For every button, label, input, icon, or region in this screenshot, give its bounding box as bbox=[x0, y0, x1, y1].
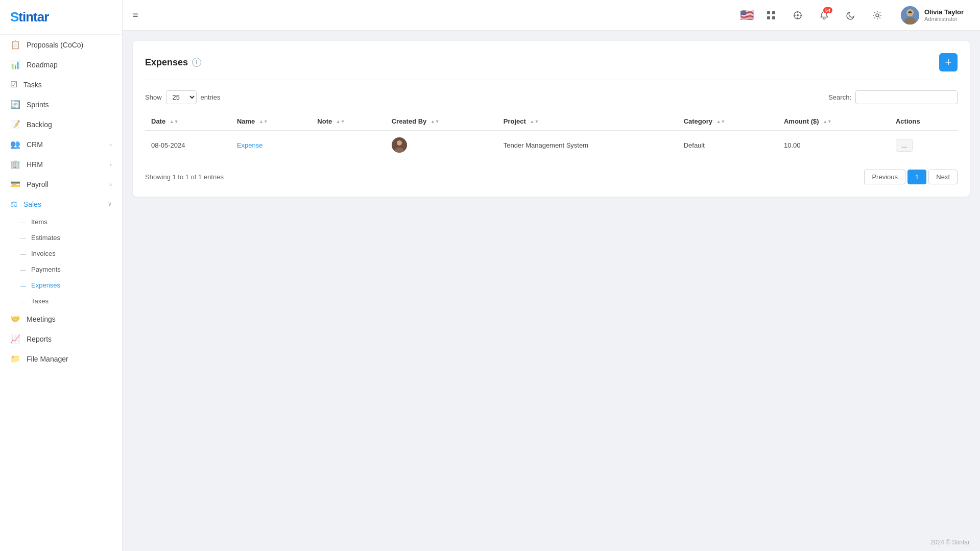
user-name: Olivia Taylor bbox=[924, 8, 964, 16]
payments-label: Payments bbox=[31, 266, 61, 273]
expenses-table: Date ▲▼ Name ▲▼ Note ▲▼ Created By bbox=[145, 112, 958, 159]
payroll-arrow-icon: › bbox=[110, 181, 112, 187]
row-created-by bbox=[386, 131, 497, 159]
svg-point-9 bbox=[797, 14, 799, 16]
sidebar-item-label: CRM bbox=[27, 140, 43, 149]
expense-link[interactable]: Expense bbox=[237, 141, 263, 149]
logo-text: Stintar bbox=[10, 9, 49, 25]
category-sort-icon[interactable]: ▲▼ bbox=[716, 119, 726, 124]
sidebar-item-items[interactable]: Items bbox=[0, 214, 122, 230]
sidebar-item-label: Proposals (CoCo) bbox=[27, 41, 83, 49]
notifications-button[interactable]: 54 bbox=[815, 6, 833, 25]
file-manager-icon: 📁 bbox=[10, 354, 20, 364]
creator-avatar bbox=[392, 137, 407, 153]
main-area: ≡ 🇺🇸 54 bbox=[123, 0, 980, 551]
settings-button[interactable] bbox=[868, 6, 887, 25]
add-expense-button[interactable]: + bbox=[939, 53, 958, 71]
hrm-arrow-icon: › bbox=[110, 161, 112, 167]
sidebar-item-label: Roadmap bbox=[27, 61, 58, 69]
row-project: Tender Management System bbox=[497, 131, 678, 159]
sidebar: Stintar 📋 Proposals (CoCo) 📊 Roadmap ☑ T… bbox=[0, 0, 123, 551]
search-input[interactable] bbox=[855, 90, 958, 104]
svg-rect-0 bbox=[767, 11, 770, 14]
previous-button[interactable]: Previous bbox=[864, 170, 905, 184]
project-sort-icon[interactable]: ▲▼ bbox=[530, 119, 539, 124]
sidebar-item-tasks[interactable]: ☑ Tasks bbox=[0, 75, 122, 94]
svg-point-10 bbox=[876, 14, 879, 17]
sidebar-item-estimates[interactable]: Estimates bbox=[0, 230, 122, 246]
col-amount: Amount ($) ▲▼ bbox=[778, 112, 890, 131]
sidebar-item-file-manager[interactable]: 📁 File Manager bbox=[0, 349, 122, 369]
crosshair-button[interactable] bbox=[788, 6, 807, 25]
moon-icon bbox=[846, 11, 855, 20]
date-sort-icon[interactable]: ▲▼ bbox=[170, 119, 179, 124]
table-row: 08-05-2024 Expense bbox=[145, 131, 958, 159]
apps-button[interactable] bbox=[762, 6, 780, 25]
row-actions: ... bbox=[890, 131, 958, 159]
name-sort-icon[interactable]: ▲▼ bbox=[259, 119, 268, 124]
col-actions-label: Actions bbox=[896, 117, 920, 125]
items-label: Items bbox=[31, 218, 47, 226]
col-category-label: Category bbox=[684, 117, 712, 125]
tasks-icon: ☑ bbox=[10, 80, 17, 89]
footer: 2024 © Stintar bbox=[123, 534, 980, 551]
col-category: Category ▲▼ bbox=[678, 112, 778, 131]
sidebar-item-label: File Manager bbox=[27, 355, 68, 363]
page-1-button[interactable]: 1 bbox=[907, 170, 926, 184]
svg-point-16 bbox=[397, 140, 402, 146]
show-label: Show bbox=[145, 93, 162, 101]
info-icon[interactable]: i bbox=[192, 58, 201, 67]
meetings-icon: 🤝 bbox=[10, 314, 20, 324]
page-title: Expenses bbox=[145, 57, 188, 68]
darkmode-button[interactable] bbox=[842, 6, 860, 25]
entries-label: entries bbox=[201, 93, 221, 101]
sidebar-item-meetings[interactable]: 🤝 Meetings bbox=[0, 309, 122, 329]
sales-arrow-icon: ∨ bbox=[108, 201, 112, 207]
sidebar-item-roadmap[interactable]: 📊 Roadmap bbox=[0, 55, 122, 75]
sprints-icon: 🔄 bbox=[10, 100, 20, 109]
apps-icon bbox=[767, 11, 776, 20]
sidebar-item-label: Reports bbox=[27, 335, 52, 343]
amount-sort-icon[interactable]: ▲▼ bbox=[823, 119, 832, 124]
footer-text: 2024 © Stintar bbox=[930, 539, 970, 546]
note-sort-icon[interactable]: ▲▼ bbox=[336, 119, 345, 124]
created-by-sort-icon[interactable]: ▲▼ bbox=[431, 119, 440, 124]
sidebar-item-invoices[interactable]: Invoices bbox=[0, 246, 122, 261]
next-button[interactable]: Next bbox=[928, 170, 958, 184]
proposals-icon: 📋 bbox=[10, 40, 20, 50]
sidebar-item-taxes[interactable]: Taxes bbox=[0, 293, 122, 309]
sidebar-item-hrm[interactable]: 🏢 HRM › bbox=[0, 154, 122, 174]
row-actions-button[interactable]: ... bbox=[896, 139, 913, 152]
table-controls: Show 10 25 50 100 entries Search: bbox=[145, 90, 958, 104]
svg-rect-1 bbox=[772, 11, 775, 14]
sidebar-item-reports[interactable]: 📈 Reports bbox=[0, 329, 122, 349]
sidebar-item-label: Meetings bbox=[27, 315, 56, 323]
crm-icon: 👥 bbox=[10, 139, 20, 149]
sidebar-item-expenses[interactable]: Expenses bbox=[0, 277, 122, 293]
sidebar-item-payments[interactable]: Payments bbox=[0, 261, 122, 277]
sidebar-item-sales[interactable]: ⚖ Sales ∨ bbox=[0, 194, 122, 214]
content-area: Expenses i + Show 10 25 50 100 entries bbox=[123, 31, 980, 534]
col-note-label: Note bbox=[317, 117, 332, 125]
menu-toggle-icon[interactable]: ≡ bbox=[133, 10, 138, 20]
row-date: 08-05-2024 bbox=[145, 131, 231, 159]
sidebar-item-label: Backlog bbox=[27, 121, 52, 129]
sidebar-item-sprints[interactable]: 🔄 Sprints bbox=[0, 94, 122, 114]
col-amount-label: Amount ($) bbox=[784, 117, 819, 125]
language-flag[interactable]: 🇺🇸 bbox=[740, 9, 754, 22]
search-label: Search: bbox=[828, 93, 851, 101]
sidebar-item-proposals[interactable]: 📋 Proposals (CoCo) bbox=[0, 35, 122, 55]
sidebar-item-label: HRM bbox=[27, 160, 43, 169]
user-menu[interactable]: Olivia Taylor Administrator bbox=[895, 3, 970, 28]
roadmap-icon: 📊 bbox=[10, 60, 20, 69]
col-date: Date ▲▼ bbox=[145, 112, 231, 131]
card-header: Expenses i + bbox=[145, 53, 958, 80]
show-entries-control: Show 10 25 50 100 entries bbox=[145, 90, 221, 104]
card-title: Expenses i bbox=[145, 57, 201, 68]
sidebar-item-crm[interactable]: 👥 CRM › bbox=[0, 134, 122, 154]
sidebar-item-backlog[interactable]: 📝 Backlog bbox=[0, 114, 122, 134]
sidebar-item-payroll[interactable]: 💳 Payroll › bbox=[0, 174, 122, 194]
entries-select[interactable]: 10 25 50 100 bbox=[166, 90, 197, 104]
table-body: 08-05-2024 Expense bbox=[145, 131, 958, 159]
table-header-row: Date ▲▼ Name ▲▼ Note ▲▼ Created By bbox=[145, 112, 958, 131]
